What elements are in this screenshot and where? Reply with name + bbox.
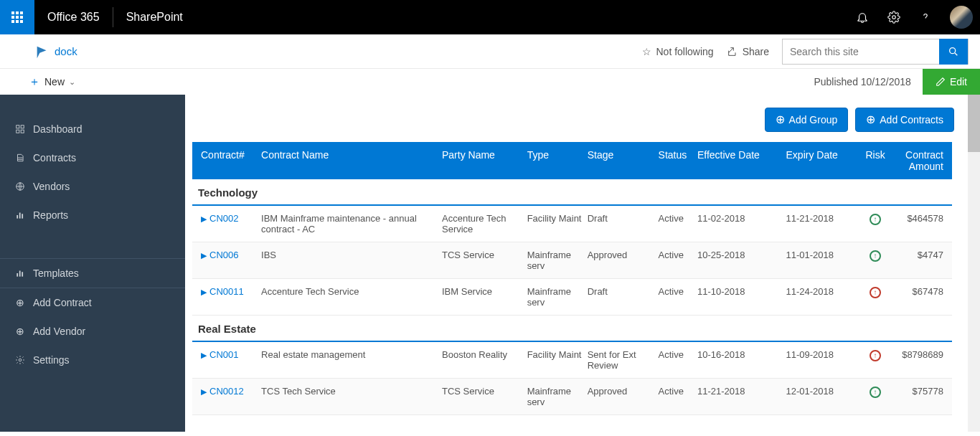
cell-risk: ↑ [861, 386, 890, 398]
search-input[interactable] [783, 46, 939, 57]
th-amount[interactable]: Contract Amount [890, 149, 946, 172]
svg-rect-12 [22, 272, 23, 276]
group-header[interactable]: Technology [192, 179, 952, 206]
cell-amount: $464578 [890, 213, 946, 224]
cell-stage: Sent for Ext Review [585, 349, 656, 371]
sidebar: Dashboard Contracts Vendors Reports [0, 95, 185, 432]
share-button[interactable]: Share [727, 46, 769, 57]
add-contracts-button[interactable]: ⊕ Add Contracts [855, 108, 954, 132]
edit-button[interactable]: Edit [923, 69, 980, 95]
contract-number-link[interactable]: CN006 [209, 250, 238, 260]
svg-rect-9 [22, 214, 23, 218]
cell-amount: $4747 [890, 250, 946, 260]
chevron-down-icon: ⌄ [69, 77, 75, 87]
cell-name: TCS Tech Service [258, 386, 439, 397]
cell-stage: Approved [585, 250, 656, 260]
th-risk[interactable]: Risk [861, 149, 890, 172]
cell-party: Accenture Tech Service [439, 213, 524, 234]
expand-caret-icon[interactable]: ▶ [201, 214, 207, 223]
cell-amount: $67478 [890, 286, 946, 297]
sharepoint-label[interactable]: SharePoint [113, 11, 196, 24]
cell-status: Active [656, 213, 694, 224]
group-header[interactable]: Real Estate [192, 316, 952, 342]
cell-risk: ↑ [861, 250, 890, 262]
cell-type: Mainframe serv [524, 250, 585, 271]
office-365-label[interactable]: Office 365 [34, 11, 113, 24]
share-label: Share [743, 46, 769, 57]
dashboard-icon [14, 124, 26, 134]
sidebar-item-settings[interactable]: Settings [0, 346, 185, 374]
plus-circle-icon: ⊕ [14, 297, 26, 308]
sidebar-item-label: Add Contract [33, 297, 92, 308]
sidebar-item-contracts[interactable]: Contracts [0, 143, 185, 172]
contract-number-link[interactable]: CN002 [209, 213, 238, 224]
cell-status: Active [656, 349, 694, 360]
new-label: New [44, 76, 65, 87]
pencil-icon [936, 77, 946, 87]
settings-gear-icon[interactable] [880, 0, 908, 34]
contract-number-link[interactable]: CN001 [209, 349, 238, 360]
th-type[interactable]: Type [524, 149, 585, 172]
expand-caret-icon[interactable]: ▶ [201, 251, 207, 260]
sidebar-item-add-contract[interactable]: ⊕ Add Contract [0, 288, 185, 317]
svg-rect-11 [19, 271, 21, 277]
expand-caret-icon[interactable]: ▶ [201, 351, 207, 359]
search-button[interactable] [939, 39, 968, 65]
waffle-icon [11, 11, 23, 23]
sidebar-item-label: Vendors [33, 181, 70, 192]
sidebar-item-reports[interactable]: Reports [0, 201, 185, 229]
add-group-button[interactable]: ⊕ Add Group [765, 108, 849, 132]
svg-point-13 [19, 359, 22, 361]
star-icon: ☆ [642, 46, 651, 57]
svg-point-1 [950, 47, 956, 53]
sidebar-item-dashboard[interactable]: Dashboard [0, 115, 185, 143]
th-effective[interactable]: Effective Date [694, 149, 783, 172]
sidebar-item-templates[interactable]: Templates [0, 259, 185, 288]
cell-type: Mainframe serv [524, 286, 585, 308]
chart-icon [14, 268, 26, 278]
cell-status: Active [656, 386, 694, 397]
svg-rect-5 [21, 130, 24, 133]
not-following-button[interactable]: ☆ Not following [642, 46, 713, 57]
sidebar-item-label: Settings [33, 354, 70, 366]
svg-rect-8 [19, 213, 21, 219]
scrollbar-thumb[interactable] [968, 95, 980, 152]
add-contracts-label: Add Contracts [880, 114, 943, 125]
plus-circle-icon: ⊕ [776, 114, 785, 125]
cell-party: Booston Reality [439, 349, 524, 360]
user-avatar[interactable] [950, 6, 973, 29]
th-stage[interactable]: Stage [585, 149, 656, 172]
cell-expiry: 11-09-2018 [783, 349, 862, 360]
app-launcher-button[interactable] [0, 0, 34, 34]
new-button[interactable]: ＋ New ⌄ [29, 75, 75, 90]
expand-caret-icon[interactable]: ▶ [201, 288, 207, 296]
cell-risk: ↑ [861, 349, 890, 361]
cell-amount: $8798689 [890, 349, 946, 360]
th-expiry[interactable]: Expiry Date [783, 149, 862, 172]
global-nav-bar: Office 365 SharePoint [0, 0, 980, 34]
site-logo[interactable]: dock [34, 44, 77, 60]
sidebar-item-vendors[interactable]: Vendors [0, 172, 185, 201]
cell-risk: ↑ [861, 286, 890, 298]
notifications-icon[interactable] [848, 0, 877, 34]
svg-rect-4 [17, 130, 19, 133]
plus-circle-icon: ⊕ [866, 114, 875, 125]
cell-expiry: 11-21-2018 [783, 213, 862, 224]
table-header: Contract# Contract Name Party Name Type … [192, 142, 952, 179]
expand-caret-icon[interactable]: ▶ [201, 387, 207, 396]
contract-number-link[interactable]: CN0012 [209, 386, 244, 397]
site-header: dock ☆ Not following Share [0, 34, 980, 69]
cell-type: Facility Maint [524, 213, 585, 224]
sidebar-item-label: Templates [33, 267, 79, 279]
th-status[interactable]: Status [656, 149, 694, 172]
sidebar-item-add-vendor[interactable]: ⊕ Add Vendor [0, 317, 185, 346]
cell-effective: 11-21-2018 [694, 386, 783, 397]
th-contract-num[interactable]: Contract# [198, 149, 258, 172]
cell-type: Facility Maint [524, 349, 585, 360]
scrollbar[interactable] [968, 95, 980, 432]
th-contract-name[interactable]: Contract Name [258, 149, 439, 172]
help-icon[interactable] [911, 0, 940, 34]
contract-number-link[interactable]: CN0011 [209, 286, 244, 297]
sidebar-item-label: Dashboard [33, 123, 83, 135]
th-party-name[interactable]: Party Name [439, 149, 524, 172]
